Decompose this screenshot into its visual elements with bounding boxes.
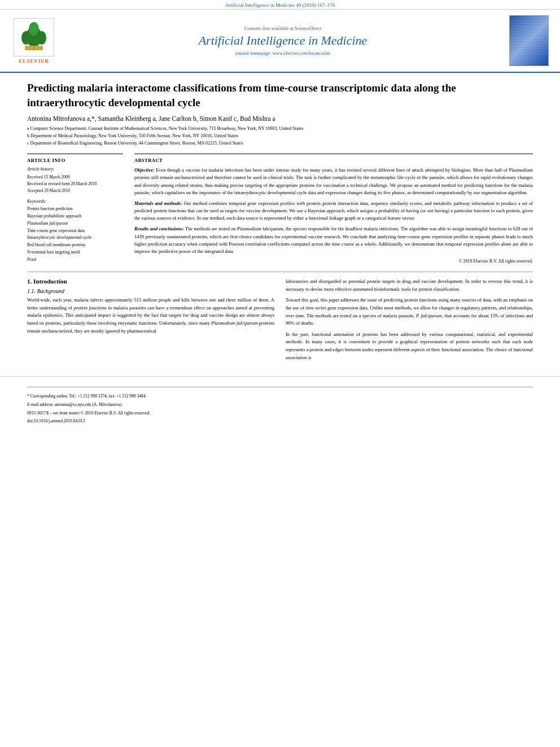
keyword-8: Pexel [27, 256, 123, 264]
abstract-copyright: © 2010 Elsevier B.V. All rights reserved… [134, 259, 533, 264]
article-info-header: ARTICLE INFO [27, 158, 123, 163]
elsevier-logo-box [14, 18, 54, 56]
affiliation-c: c Department of Biomedical Engineering, … [27, 140, 533, 147]
revised-date: Received in revised form 28 March 2010 [27, 181, 123, 187]
abstract-results: Results and conclusions: The methods are… [134, 225, 533, 255]
journal-citation: Artificial Intelligence in Medicine 49 (… [225, 2, 335, 8]
paper-content: Predicting malaria interactome classific… [0, 73, 560, 370]
methods-text: Our method combines temporal gene expres… [134, 200, 533, 221]
introduction-section: 1. Introduction 1.1. Background World-wi… [27, 278, 533, 365]
corresponding-note: * Corresponding author. Tel.: +1 212 998… [27, 393, 533, 400]
introduction-heading: 1. Introduction [27, 278, 274, 285]
abstract-objective: Objective: Even though a vaccine for mal… [134, 167, 533, 196]
journal-bar: Artificial Intelligence in Medicine 49 (… [0, 0, 560, 10]
article-history-label: Article history: [27, 167, 123, 172]
contents-available: Contents lists available at ScienceDirec… [68, 25, 498, 31]
journal-cover-thumbnail [509, 15, 549, 66]
keyword-2: Bayesian probabilistic approach [27, 213, 123, 220]
journal-title: Artificial Intelligence in Medicine [68, 33, 498, 48]
results-heading: Results and conclusions: [134, 226, 184, 231]
keyword-5: Intraerythrocytic developmental cycle [27, 234, 123, 242]
background-subheading: 1.1. Background [27, 288, 274, 294]
body-right-col: laboratories and disregarded as potentia… [286, 278, 533, 365]
abstract-column: ABSTRACT Objective: Even though a vaccin… [134, 154, 533, 264]
authors-line: Antonina Mitrofanova a,*, Samantha Klein… [27, 115, 533, 122]
copyright-footer: 0933-3657/$ – see front matter © 2010 El… [27, 410, 533, 417]
accepted-date: Accepted 29 March 2010 [27, 187, 123, 194]
doi-line: doi:10.1016/j.artmed.2010.04.013 [27, 418, 533, 423]
elsevier-logo: ELSEVIER [11, 18, 56, 64]
abstract-methods: Materials and methods: Our method combin… [134, 200, 533, 222]
affiliations: a Computer Science Department, Courant I… [27, 125, 533, 147]
methods-heading: Materials and methods: [134, 200, 182, 206]
keyword-6: Red blood cell membrane proteins [27, 242, 123, 249]
section-divider [27, 272, 533, 272]
article-dates: Received 15 March 2009 Received in revis… [27, 174, 123, 194]
body-left-col: 1. Introduction 1.1. Background World-wi… [27, 278, 274, 365]
sciencedirect-link[interactable]: ScienceDirect [295, 25, 322, 31]
footer-divider [27, 387, 533, 387]
article-info-abstract-section: ARTICLE INFO Article history: Received 1… [27, 154, 533, 264]
keyword-4: Time-course gene expression data [27, 228, 123, 235]
journal-center-info: Contents lists available at ScienceDirec… [68, 25, 498, 56]
abstract-label: ABSTRACT [134, 158, 533, 163]
intro-para2: laboratories and disregarded as potentia… [286, 278, 533, 293]
email-note: E-mail address: antonina@cs.nyu.edu (A. … [27, 401, 533, 408]
journal-homepage: journal homepage: www.elsevier.com/locat… [68, 50, 498, 56]
keywords-list: Protein function prediction Bayesian pro… [27, 206, 123, 263]
journal-header: ELSEVIER Contents lists available at Sci… [0, 10, 560, 73]
intro-para3: Toward this goal, this paper addresses t… [286, 296, 533, 327]
svg-point-4 [29, 22, 39, 36]
svg-point-2 [21, 31, 30, 45]
affiliation-b: b Department of Medical Parasitology, Ne… [27, 133, 533, 139]
intro-para4: In the past, functional annotation of pr… [286, 331, 533, 361]
objective-text: Even though a vaccine for malaria infect… [134, 167, 533, 195]
elsevier-wordmark: ELSEVIER [19, 58, 49, 64]
article-info-column: ARTICLE INFO Article history: Received 1… [27, 154, 123, 264]
keywords-label: Keywords: [27, 199, 123, 204]
paper-footer: * Corresponding author. Tel.: +1 212 998… [0, 376, 560, 426]
svg-point-3 [37, 31, 46, 45]
keyword-3: Plasmodium falciparum [27, 220, 123, 228]
received-date: Received 15 March 2009 [27, 174, 123, 181]
results-text: The methods are tested on Plasmodium fal… [134, 226, 533, 254]
paper-title: Predicting malaria interactome classific… [27, 81, 533, 110]
keyword-7: N-terminal host targeting motif [27, 249, 123, 256]
keyword-1: Protein function prediction [27, 206, 123, 213]
affiliation-a: a Computer Science Department, Courant I… [27, 125, 533, 132]
objective-heading: Objective: [134, 167, 154, 173]
intro-para1: World-wide, each year, malaria infects a… [27, 296, 274, 335]
